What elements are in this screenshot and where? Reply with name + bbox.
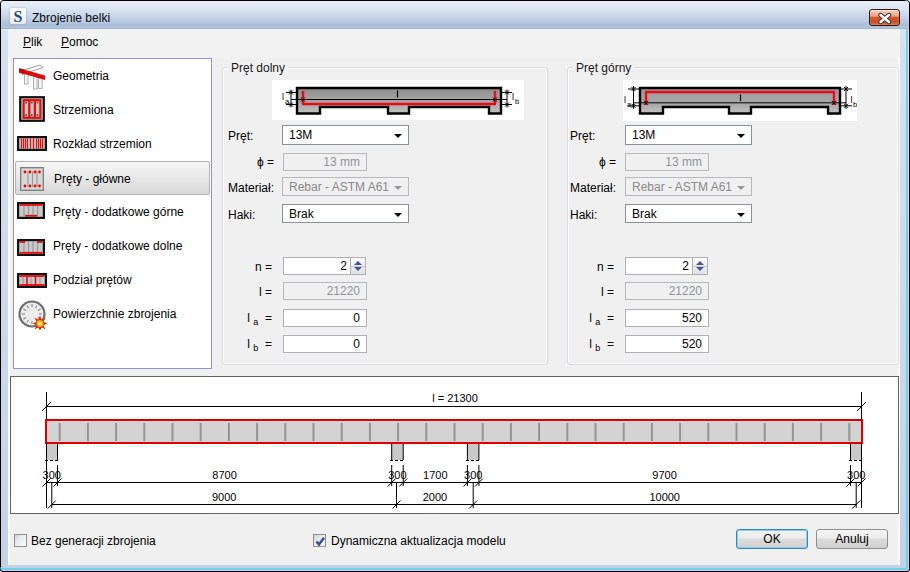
svg-text:8700: 8700: [212, 469, 236, 481]
svg-text:9000: 9000: [212, 491, 236, 503]
svg-text:l: l: [624, 95, 626, 105]
svg-text:a: a: [627, 100, 632, 109]
svg-text:10000: 10000: [649, 491, 680, 503]
svg-text:l: l: [282, 92, 284, 102]
svg-text:1700: 1700: [423, 469, 447, 481]
svg-text:9700: 9700: [652, 469, 676, 481]
svg-text:b: b: [853, 100, 857, 109]
svg-text:2000: 2000: [423, 491, 447, 503]
svg-text:300: 300: [847, 469, 865, 481]
svg-text:b: b: [515, 97, 519, 106]
svg-text:300: 300: [388, 469, 406, 481]
svg-text:l: l: [512, 92, 514, 102]
svg-text:l = 21300: l = 21300: [432, 392, 478, 404]
svg-text:300: 300: [464, 469, 482, 481]
svg-text:300: 300: [43, 469, 61, 481]
